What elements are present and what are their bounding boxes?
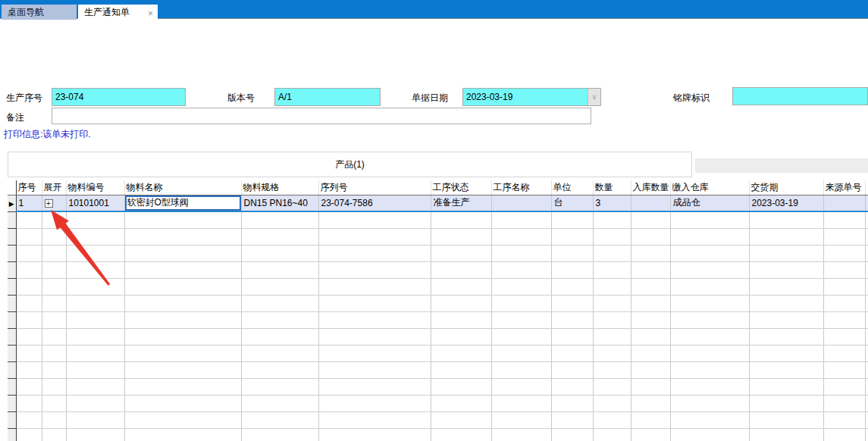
empty-cell[interactable] — [670, 228, 749, 245]
empty-cell[interactable] — [431, 295, 491, 311]
empty-cell[interactable] — [318, 378, 431, 395]
empty-cell[interactable] — [749, 228, 823, 245]
column-header-5[interactable]: 序列号 — [318, 180, 431, 195]
product-section-tab[interactable]: 产品(1) — [8, 152, 692, 177]
tab-desktop-navigation[interactable]: 桌面导航 — [2, 5, 77, 20]
row-selector-cell[interactable] — [8, 328, 16, 345]
nameplate-input[interactable] — [732, 87, 868, 105]
empty-cell[interactable] — [241, 345, 318, 361]
empty-cell[interactable] — [431, 211, 491, 228]
row-selector-cell[interactable] — [8, 295, 16, 311]
empty-cell[interactable] — [823, 378, 865, 395]
empty-cell[interactable] — [670, 311, 749, 328]
column-header-2[interactable]: 物料编号 — [66, 180, 124, 195]
empty-cell[interactable] — [42, 361, 66, 378]
empty-cell[interactable] — [749, 245, 823, 261]
empty-cell[interactable] — [670, 411, 749, 428]
row-selector-cell[interactable] — [8, 378, 16, 395]
doc-date-dropdown-button[interactable]: ∨ — [588, 89, 600, 105]
empty-cell[interactable] — [42, 378, 66, 395]
empty-cell[interactable] — [66, 411, 124, 428]
empty-cell[interactable] — [318, 211, 431, 228]
empty-cell[interactable] — [631, 395, 670, 411]
empty-cell[interactable] — [670, 295, 749, 311]
empty-cell[interactable] — [318, 295, 431, 311]
empty-cell[interactable] — [66, 361, 124, 378]
cell-12[interactable]: 2023-03-19 — [749, 195, 823, 211]
row-selector-cell[interactable] — [8, 228, 16, 245]
empty-cell[interactable] — [749, 395, 823, 411]
close-icon[interactable]: × — [148, 6, 153, 21]
column-header-3[interactable]: 物料名称 — [124, 180, 241, 195]
empty-cell[interactable] — [823, 345, 865, 361]
cell-9[interactable]: 3 — [593, 195, 631, 211]
empty-cell[interactable] — [631, 328, 670, 345]
cell-11[interactable]: 成品仓 — [670, 195, 749, 211]
cell-6[interactable]: 准备生产 — [431, 195, 491, 211]
empty-cell[interactable] — [42, 211, 66, 228]
empty-cell[interactable] — [593, 278, 631, 295]
remark-input[interactable] — [52, 108, 591, 124]
empty-cell[interactable] — [241, 395, 318, 411]
empty-cell[interactable] — [491, 395, 551, 411]
empty-cell[interactable] — [823, 228, 865, 245]
empty-cell[interactable] — [16, 211, 42, 228]
column-header-10[interactable]: 入库数量 — [631, 180, 670, 195]
empty-cell[interactable] — [551, 395, 593, 411]
empty-cell[interactable] — [631, 245, 670, 261]
cell-8[interactable]: 台 — [551, 195, 593, 211]
empty-cell[interactable] — [42, 261, 66, 278]
row-selector-cell[interactable] — [8, 278, 16, 295]
empty-cell[interactable] — [551, 345, 593, 361]
empty-cell[interactable] — [749, 428, 823, 441]
column-header-0[interactable]: 序号 — [16, 180, 42, 195]
empty-cell[interactable] — [16, 278, 42, 295]
empty-cell[interactable] — [42, 228, 66, 245]
column-header-13[interactable]: 来源单号 — [823, 180, 865, 195]
empty-cell[interactable] — [16, 328, 42, 345]
empty-cell[interactable] — [318, 361, 431, 378]
empty-cell[interactable] — [670, 211, 749, 228]
empty-cell[interactable] — [124, 311, 241, 328]
row-selector-cell[interactable] — [8, 261, 16, 278]
empty-cell[interactable] — [491, 228, 551, 245]
empty-cell[interactable] — [551, 228, 593, 245]
empty-cell[interactable] — [42, 395, 66, 411]
empty-cell[interactable] — [42, 328, 66, 345]
empty-cell[interactable] — [491, 311, 551, 328]
empty-cell[interactable] — [241, 261, 318, 278]
empty-cell[interactable] — [670, 428, 749, 441]
empty-cell[interactable] — [431, 245, 491, 261]
empty-cell[interactable] — [551, 328, 593, 345]
column-header-11[interactable]: 缴入仓库 — [670, 180, 749, 195]
empty-cell[interactable] — [241, 228, 318, 245]
empty-cell[interactable] — [491, 245, 551, 261]
empty-cell[interactable] — [124, 295, 241, 311]
row-selector-cell[interactable] — [8, 211, 16, 228]
empty-cell[interactable] — [42, 245, 66, 261]
empty-cell[interactable] — [823, 245, 865, 261]
empty-cell[interactable] — [631, 261, 670, 278]
empty-cell[interactable] — [241, 295, 318, 311]
empty-cell[interactable] — [124, 328, 241, 345]
column-header-6[interactable]: 工序状态 — [431, 180, 491, 195]
tab-production-notice[interactable]: 生产通知单× — [78, 5, 158, 20]
empty-cell[interactable] — [593, 411, 631, 428]
empty-cell[interactable] — [124, 378, 241, 395]
empty-cell[interactable] — [593, 361, 631, 378]
empty-cell[interactable] — [823, 428, 865, 441]
empty-cell[interactable] — [241, 311, 318, 328]
empty-cell[interactable] — [431, 278, 491, 295]
empty-cell[interactable] — [42, 411, 66, 428]
empty-cell[interactable] — [16, 361, 42, 378]
empty-cell[interactable] — [631, 378, 670, 395]
empty-cell[interactable] — [42, 345, 66, 361]
empty-cell[interactable] — [124, 345, 241, 361]
empty-cell[interactable] — [124, 228, 241, 245]
empty-cell[interactable] — [16, 411, 42, 428]
empty-cell[interactable] — [749, 378, 823, 395]
column-header-8[interactable]: 单位 — [551, 180, 593, 195]
empty-cell[interactable] — [823, 261, 865, 278]
empty-cell[interactable] — [16, 395, 42, 411]
empty-cell[interactable] — [551, 361, 593, 378]
